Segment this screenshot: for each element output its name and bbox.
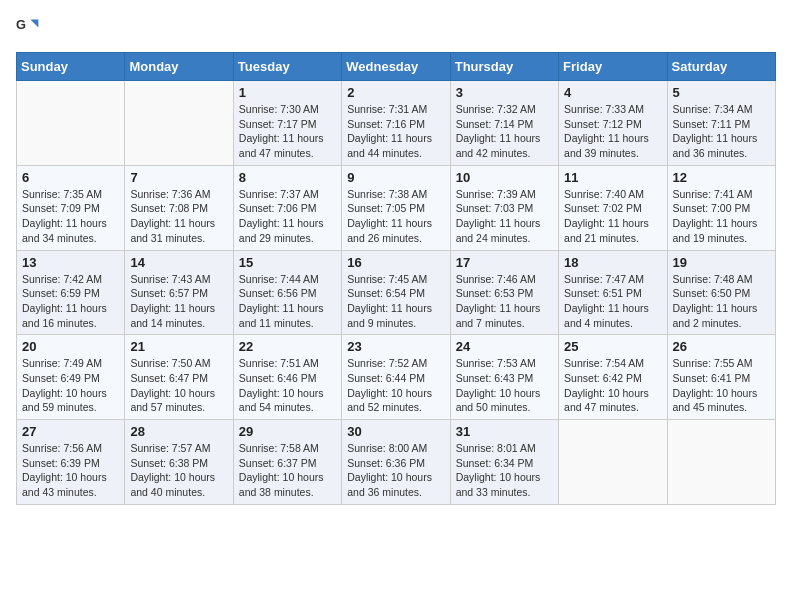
calendar-cell: 1Sunrise: 7:30 AM Sunset: 7:17 PM Daylig… [233, 81, 341, 166]
svg-marker-1 [30, 20, 38, 28]
day-info: Sunrise: 7:56 AM Sunset: 6:39 PM Dayligh… [22, 441, 119, 500]
calendar-cell: 31Sunrise: 8:01 AM Sunset: 6:34 PM Dayli… [450, 420, 558, 505]
day-number: 2 [347, 85, 444, 100]
calendar-cell: 4Sunrise: 7:33 AM Sunset: 7:12 PM Daylig… [559, 81, 667, 166]
day-info: Sunrise: 7:42 AM Sunset: 6:59 PM Dayligh… [22, 272, 119, 331]
day-info: Sunrise: 7:49 AM Sunset: 6:49 PM Dayligh… [22, 356, 119, 415]
day-number: 19 [673, 255, 770, 270]
calendar-week-row: 6Sunrise: 7:35 AM Sunset: 7:09 PM Daylig… [17, 165, 776, 250]
day-number: 3 [456, 85, 553, 100]
day-number: 5 [673, 85, 770, 100]
calendar-cell: 23Sunrise: 7:52 AM Sunset: 6:44 PM Dayli… [342, 335, 450, 420]
day-number: 30 [347, 424, 444, 439]
day-number: 15 [239, 255, 336, 270]
logo: G [16, 16, 44, 40]
day-info: Sunrise: 7:51 AM Sunset: 6:46 PM Dayligh… [239, 356, 336, 415]
calendar-cell: 9Sunrise: 7:38 AM Sunset: 7:05 PM Daylig… [342, 165, 450, 250]
day-info: Sunrise: 7:44 AM Sunset: 6:56 PM Dayligh… [239, 272, 336, 331]
calendar-week-row: 1Sunrise: 7:30 AM Sunset: 7:17 PM Daylig… [17, 81, 776, 166]
day-number: 24 [456, 339, 553, 354]
calendar-cell: 16Sunrise: 7:45 AM Sunset: 6:54 PM Dayli… [342, 250, 450, 335]
day-number: 9 [347, 170, 444, 185]
day-info: Sunrise: 7:58 AM Sunset: 6:37 PM Dayligh… [239, 441, 336, 500]
calendar-weekday-thursday: Thursday [450, 53, 558, 81]
calendar-cell [125, 81, 233, 166]
day-number: 10 [456, 170, 553, 185]
day-info: Sunrise: 7:52 AM Sunset: 6:44 PM Dayligh… [347, 356, 444, 415]
day-number: 21 [130, 339, 227, 354]
day-number: 8 [239, 170, 336, 185]
day-info: Sunrise: 7:41 AM Sunset: 7:00 PM Dayligh… [673, 187, 770, 246]
day-number: 4 [564, 85, 661, 100]
day-info: Sunrise: 7:54 AM Sunset: 6:42 PM Dayligh… [564, 356, 661, 415]
day-number: 18 [564, 255, 661, 270]
calendar-cell: 28Sunrise: 7:57 AM Sunset: 6:38 PM Dayli… [125, 420, 233, 505]
calendar-cell: 26Sunrise: 7:55 AM Sunset: 6:41 PM Dayli… [667, 335, 775, 420]
svg-text:G: G [16, 17, 26, 32]
day-info: Sunrise: 7:38 AM Sunset: 7:05 PM Dayligh… [347, 187, 444, 246]
day-info: Sunrise: 7:35 AM Sunset: 7:09 PM Dayligh… [22, 187, 119, 246]
day-number: 31 [456, 424, 553, 439]
day-info: Sunrise: 7:48 AM Sunset: 6:50 PM Dayligh… [673, 272, 770, 331]
day-number: 29 [239, 424, 336, 439]
day-info: Sunrise: 7:46 AM Sunset: 6:53 PM Dayligh… [456, 272, 553, 331]
calendar-cell: 13Sunrise: 7:42 AM Sunset: 6:59 PM Dayli… [17, 250, 125, 335]
day-number: 27 [22, 424, 119, 439]
calendar-cell [17, 81, 125, 166]
calendar-cell [559, 420, 667, 505]
day-info: Sunrise: 7:39 AM Sunset: 7:03 PM Dayligh… [456, 187, 553, 246]
calendar-cell: 27Sunrise: 7:56 AM Sunset: 6:39 PM Dayli… [17, 420, 125, 505]
calendar-cell: 2Sunrise: 7:31 AM Sunset: 7:16 PM Daylig… [342, 81, 450, 166]
day-info: Sunrise: 7:47 AM Sunset: 6:51 PM Dayligh… [564, 272, 661, 331]
calendar-cell: 21Sunrise: 7:50 AM Sunset: 6:47 PM Dayli… [125, 335, 233, 420]
calendar-cell: 5Sunrise: 7:34 AM Sunset: 7:11 PM Daylig… [667, 81, 775, 166]
calendar-week-row: 27Sunrise: 7:56 AM Sunset: 6:39 PM Dayli… [17, 420, 776, 505]
day-info: Sunrise: 7:45 AM Sunset: 6:54 PM Dayligh… [347, 272, 444, 331]
day-info: Sunrise: 7:40 AM Sunset: 7:02 PM Dayligh… [564, 187, 661, 246]
calendar-week-row: 13Sunrise: 7:42 AM Sunset: 6:59 PM Dayli… [17, 250, 776, 335]
calendar-cell: 24Sunrise: 7:53 AM Sunset: 6:43 PM Dayli… [450, 335, 558, 420]
day-info: Sunrise: 7:34 AM Sunset: 7:11 PM Dayligh… [673, 102, 770, 161]
calendar-cell: 22Sunrise: 7:51 AM Sunset: 6:46 PM Dayli… [233, 335, 341, 420]
calendar-cell: 30Sunrise: 8:00 AM Sunset: 6:36 PM Dayli… [342, 420, 450, 505]
calendar-header-row: SundayMondayTuesdayWednesdayThursdayFrid… [17, 53, 776, 81]
calendar-cell: 29Sunrise: 7:58 AM Sunset: 6:37 PM Dayli… [233, 420, 341, 505]
day-number: 17 [456, 255, 553, 270]
calendar-cell: 19Sunrise: 7:48 AM Sunset: 6:50 PM Dayli… [667, 250, 775, 335]
day-info: Sunrise: 7:37 AM Sunset: 7:06 PM Dayligh… [239, 187, 336, 246]
day-number: 1 [239, 85, 336, 100]
calendar-cell: 6Sunrise: 7:35 AM Sunset: 7:09 PM Daylig… [17, 165, 125, 250]
calendar-cell: 11Sunrise: 7:40 AM Sunset: 7:02 PM Dayli… [559, 165, 667, 250]
day-number: 23 [347, 339, 444, 354]
day-info: Sunrise: 7:31 AM Sunset: 7:16 PM Dayligh… [347, 102, 444, 161]
calendar-weekday-monday: Monday [125, 53, 233, 81]
day-info: Sunrise: 7:30 AM Sunset: 7:17 PM Dayligh… [239, 102, 336, 161]
calendar-cell: 10Sunrise: 7:39 AM Sunset: 7:03 PM Dayli… [450, 165, 558, 250]
calendar-cell: 17Sunrise: 7:46 AM Sunset: 6:53 PM Dayli… [450, 250, 558, 335]
calendar-cell: 20Sunrise: 7:49 AM Sunset: 6:49 PM Dayli… [17, 335, 125, 420]
day-info: Sunrise: 7:57 AM Sunset: 6:38 PM Dayligh… [130, 441, 227, 500]
calendar-cell [667, 420, 775, 505]
day-number: 26 [673, 339, 770, 354]
day-number: 14 [130, 255, 227, 270]
calendar-cell: 7Sunrise: 7:36 AM Sunset: 7:08 PM Daylig… [125, 165, 233, 250]
calendar-weekday-wednesday: Wednesday [342, 53, 450, 81]
day-info: Sunrise: 7:53 AM Sunset: 6:43 PM Dayligh… [456, 356, 553, 415]
day-number: 22 [239, 339, 336, 354]
day-info: Sunrise: 7:33 AM Sunset: 7:12 PM Dayligh… [564, 102, 661, 161]
calendar-week-row: 20Sunrise: 7:49 AM Sunset: 6:49 PM Dayli… [17, 335, 776, 420]
calendar-weekday-friday: Friday [559, 53, 667, 81]
page-header: G [16, 16, 776, 40]
day-info: Sunrise: 8:00 AM Sunset: 6:36 PM Dayligh… [347, 441, 444, 500]
calendar-table: SundayMondayTuesdayWednesdayThursdayFrid… [16, 52, 776, 505]
day-info: Sunrise: 7:36 AM Sunset: 7:08 PM Dayligh… [130, 187, 227, 246]
day-number: 28 [130, 424, 227, 439]
day-number: 11 [564, 170, 661, 185]
day-number: 20 [22, 339, 119, 354]
calendar-weekday-tuesday: Tuesday [233, 53, 341, 81]
logo-graphic: G [16, 16, 40, 40]
day-number: 6 [22, 170, 119, 185]
day-number: 7 [130, 170, 227, 185]
calendar-cell: 3Sunrise: 7:32 AM Sunset: 7:14 PM Daylig… [450, 81, 558, 166]
day-number: 16 [347, 255, 444, 270]
